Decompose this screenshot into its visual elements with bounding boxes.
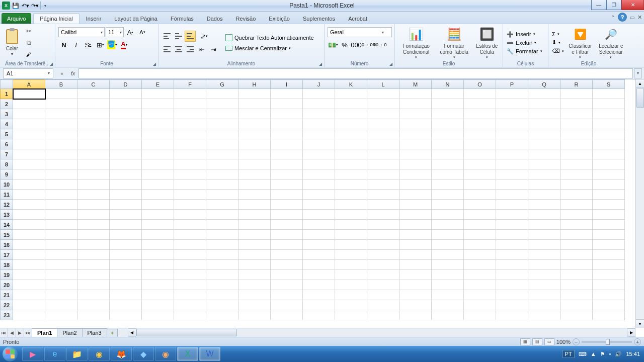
row-header-10[interactable]: 10	[1, 179, 13, 190]
row-header-14[interactable]: 14	[1, 220, 13, 230]
cell-E12[interactable]	[142, 200, 174, 210]
cell-O2[interactable]	[464, 99, 496, 109]
decrease-indent-button[interactable]: ⇤	[196, 44, 207, 55]
shrink-font-button[interactable]: A▾	[137, 27, 148, 37]
tab-inserir[interactable]: Inserir	[79, 13, 108, 24]
cell-N18[interactable]	[432, 260, 464, 270]
cell-O14[interactable]	[464, 220, 496, 230]
cell-H7[interactable]	[238, 149, 271, 159]
maximize-button[interactable]: ❐	[606, 0, 621, 10]
column-header-L[interactable]: L	[367, 80, 399, 89]
cell-B1[interactable]	[45, 89, 77, 99]
cell-C15[interactable]	[77, 230, 110, 240]
cell-O13[interactable]	[464, 210, 496, 220]
cell-P12[interactable]	[496, 200, 528, 210]
cell-Q7[interactable]	[528, 149, 560, 159]
cell-R1[interactable]	[560, 89, 593, 99]
cell-B19[interactable]	[45, 270, 77, 280]
cell-N9[interactable]	[432, 169, 464, 179]
cell-R16[interactable]	[560, 240, 593, 250]
cell-C3[interactable]	[77, 109, 110, 119]
cell-K21[interactable]	[335, 290, 367, 300]
row-header-20[interactable]: 20	[1, 280, 13, 290]
fill-color-button[interactable]: 🪣▾	[107, 39, 118, 50]
cell-D8[interactable]	[110, 159, 142, 169]
row-header-1[interactable]: 1	[1, 89, 13, 99]
cell-J5[interactable]	[303, 129, 335, 139]
cell-F9[interactable]	[174, 169, 206, 179]
cell-K20[interactable]	[335, 280, 367, 290]
cell-L6[interactable]	[367, 139, 399, 149]
cell-R13[interactable]	[560, 210, 593, 220]
cell-C18[interactable]	[77, 260, 110, 270]
cell-H3[interactable]	[238, 109, 271, 119]
select-all-corner[interactable]	[1, 80, 13, 89]
cell-L13[interactable]	[367, 210, 399, 220]
cell-P16[interactable]	[496, 240, 528, 250]
fx-button[interactable]: fx	[67, 68, 78, 78]
cell-C8[interactable]	[77, 159, 110, 169]
cell-D21[interactable]	[110, 290, 142, 300]
cell-E20[interactable]	[142, 280, 174, 290]
cell-K16[interactable]	[335, 240, 367, 250]
cell-K18[interactable]	[335, 260, 367, 270]
cell-R23[interactable]	[560, 310, 593, 320]
cell-F19[interactable]	[174, 270, 206, 280]
cell-A23[interactable]	[13, 310, 45, 320]
cell-H23[interactable]	[238, 310, 271, 320]
cell-E11[interactable]	[142, 190, 174, 200]
cell-L16[interactable]	[367, 240, 399, 250]
cell-P9[interactable]	[496, 169, 528, 179]
cell-I19[interactable]	[271, 270, 303, 280]
cell-B9[interactable]	[45, 169, 77, 179]
sheet-tab-plan1[interactable]: Plan1	[32, 328, 57, 337]
window-restore-icon[interactable]: ▭	[630, 15, 634, 20]
cell-M2[interactable]	[399, 99, 432, 109]
cell-H6[interactable]	[238, 139, 271, 149]
cell-E6[interactable]	[142, 139, 174, 149]
cell-E18[interactable]	[142, 260, 174, 270]
cell-G23[interactable]	[206, 310, 238, 320]
cell-E1[interactable]	[142, 89, 174, 99]
cell-D12[interactable]	[110, 200, 142, 210]
cell-D22[interactable]	[110, 300, 142, 310]
cell-R22[interactable]	[560, 300, 593, 310]
cell-O1[interactable]	[464, 89, 496, 99]
cell-J19[interactable]	[303, 270, 335, 280]
cell-H13[interactable]	[238, 210, 271, 220]
cell-S3[interactable]	[593, 109, 625, 119]
cell-D1[interactable]	[110, 89, 142, 99]
cell-I21[interactable]	[271, 290, 303, 300]
row-header-22[interactable]: 22	[1, 300, 13, 310]
cell-L23[interactable]	[367, 310, 399, 320]
cell-O11[interactable]	[464, 190, 496, 200]
cell-G4[interactable]	[206, 119, 238, 129]
cell-M16[interactable]	[399, 240, 432, 250]
cell-N17[interactable]	[432, 250, 464, 260]
cell-J23[interactable]	[303, 310, 335, 320]
cell-K2[interactable]	[335, 99, 367, 109]
cell-B23[interactable]	[45, 310, 77, 320]
cell-D18[interactable]	[110, 260, 142, 270]
cell-Q21[interactable]	[528, 290, 560, 300]
cell-K23[interactable]	[335, 310, 367, 320]
cell-Q22[interactable]	[528, 300, 560, 310]
cell-H11[interactable]	[238, 190, 271, 200]
cell-E7[interactable]	[142, 149, 174, 159]
clipboard-launcher-icon[interactable]: ◢	[50, 62, 53, 66]
cell-F14[interactable]	[174, 220, 206, 230]
tab-nav-prev-icon[interactable]: ◀	[8, 328, 16, 337]
align-left-button[interactable]	[162, 44, 173, 55]
cell-J8[interactable]	[303, 159, 335, 169]
cell-M20[interactable]	[399, 280, 432, 290]
cell-Q2[interactable]	[528, 99, 560, 109]
cell-M1[interactable]	[399, 89, 432, 99]
cell-A1[interactable]	[13, 89, 45, 99]
cell-F5[interactable]	[174, 129, 206, 139]
align-center-button[interactable]	[173, 44, 184, 55]
cell-G1[interactable]	[206, 89, 238, 99]
cell-D2[interactable]	[110, 99, 142, 109]
cell-Q10[interactable]	[528, 179, 560, 190]
cell-E16[interactable]	[142, 240, 174, 250]
column-header-B[interactable]: B	[45, 80, 77, 89]
